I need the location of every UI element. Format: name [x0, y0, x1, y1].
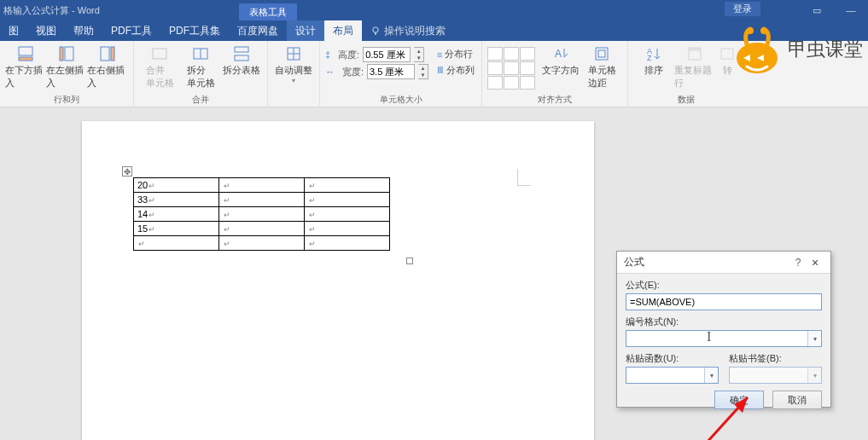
ok-button[interactable]: 确定 [714, 391, 764, 409]
table-cell[interactable]: 14↵ [134, 207, 219, 222]
paragraph-mark-icon: ↵ [149, 196, 155, 205]
svg-rect-6 [101, 47, 109, 61]
height-input[interactable] [363, 47, 411, 62]
table-cell[interactable]: 15↵ [134, 222, 219, 236]
table-cell[interactable]: ↵ [305, 236, 390, 251]
menu-tab[interactable]: 帮助 [65, 20, 102, 41]
width-spinner[interactable]: ▲▼ [418, 64, 428, 79]
word-table[interactable]: 20↵↵↵33↵↵↵14↵↵↵15↵↵↵↵↵↵ [133, 177, 390, 251]
tell-me[interactable]: 操作说明搜索 [362, 20, 454, 41]
ribbon-options-icon[interactable]: ▭ [800, 0, 834, 20]
menu-tab[interactable]: PDF工具 [102, 20, 160, 41]
dialog-titlebar[interactable]: 公式 ? × [617, 252, 830, 274]
login-button[interactable]: 登录 [725, 2, 760, 16]
paragraph-mark-icon: ↵ [224, 225, 230, 234]
svg-point-25 [747, 27, 754, 34]
svg-rect-21 [689, 48, 701, 51]
insert-left-button[interactable]: 在左侧插入 [46, 43, 87, 90]
brand-text: 甲虫课堂 [788, 37, 863, 62]
dist-cols-button[interactable]: Ⅲ分布列 [435, 63, 476, 78]
table-resize-handle[interactable] [406, 258, 413, 264]
align-grid[interactable] [487, 43, 535, 90]
table-cell[interactable]: ↵ [134, 236, 219, 251]
table-move-handle[interactable]: ✥ [122, 166, 132, 177]
paragraph-mark-icon: ↵ [224, 196, 230, 205]
svg-rect-17 [596, 48, 608, 60]
table-cell[interactable]: 20↵ [134, 178, 219, 193]
cancel-button[interactable]: 取消 [772, 391, 822, 409]
width-icon: ↔ [325, 67, 335, 77]
split-table-button[interactable]: 拆分表格 [221, 43, 262, 77]
table-tools-title: 表格工具 [239, 3, 297, 20]
svg-point-0 [373, 27, 378, 32]
cell-margins-button[interactable]: 单元格 边距 [581, 43, 622, 90]
insert-below-icon [17, 45, 34, 62]
table-cell[interactable]: ↵ [219, 222, 305, 236]
insert-right-button[interactable]: 在右侧插入 [87, 43, 128, 90]
split-cells-button[interactable]: 拆分 单元格 [180, 43, 221, 90]
paste-bookmark-combo[interactable]: ▾ [729, 367, 822, 384]
merge-cells-icon [151, 45, 168, 62]
dialog-close-button[interactable]: × [807, 256, 824, 269]
chevron-down-icon[interactable]: ▾ [704, 368, 718, 383]
group-label: 单元格大小 [380, 94, 422, 107]
menu-tab[interactable]: 视图 [27, 20, 65, 41]
table-cell[interactable]: ↵ [305, 193, 390, 207]
insert-left-icon [58, 45, 75, 62]
text-direction-button[interactable]: A 文字方向 [540, 43, 581, 77]
table-cell[interactable]: ↵ [305, 222, 390, 236]
sort-button[interactable]: AZ 排序 [633, 43, 674, 77]
paragraph-mark-icon: ↵ [149, 225, 155, 234]
height-label: 高度: [334, 49, 359, 61]
window-title: 格输入公式计算 - Word [0, 4, 100, 17]
table-cell[interactable]: ↵ [219, 178, 305, 193]
dist-rows-icon: ≡ [437, 49, 442, 60]
repeat-header-button: 重复标题行 [674, 43, 715, 90]
paste-func-combo[interactable]: ▾ [626, 367, 719, 384]
table-cell[interactable]: ↵ [219, 193, 305, 207]
page: ✥ 20↵↵↵33↵↵↵14↵↵↵15↵↵↵↵↵↵ [82, 121, 594, 440]
paragraph-mark-icon: ↵ [149, 182, 155, 190]
insert-right-icon [99, 45, 116, 62]
table-cell[interactable]: ↵ [219, 207, 305, 222]
menu-tab-design[interactable]: 设计 [287, 20, 324, 41]
width-input[interactable] [367, 64, 415, 79]
table-cell[interactable]: ↵ [305, 207, 390, 222]
menu-tab[interactable]: 百度网盘 [229, 20, 287, 41]
paragraph-mark-icon: ↵ [309, 240, 316, 248]
menu-tab[interactable]: PDF工具集 [160, 20, 229, 41]
dialog-help-button[interactable]: ? [789, 257, 807, 269]
menu-tab-layout[interactable]: 布局 [324, 20, 362, 41]
formula-dialog: 公式 ? × 公式(E): 编号格式(N): ▾ 粘贴函数(U): ▾ 粘贴书签… [616, 251, 831, 408]
dialog-title: 公式 [624, 255, 789, 269]
height-spinner[interactable]: ▲▼ [414, 47, 424, 62]
cell-margins-icon [593, 45, 610, 62]
paragraph-mark-icon: ↵ [309, 182, 316, 190]
chevron-down-icon[interactable]: ▾ [807, 331, 821, 346]
minimize-button[interactable]: — [834, 0, 868, 20]
paragraph-mark-icon: ↵ [309, 211, 316, 219]
svg-rect-11 [235, 47, 248, 52]
group-label: 对齐方式 [538, 94, 572, 107]
paragraph-mark-icon: ↵ [224, 182, 230, 190]
table-cell[interactable]: ↵ [219, 236, 305, 251]
title-bar: 格输入公式计算 - Word 表格工具 登录 ▭ — [0, 0, 868, 20]
svg-rect-7 [111, 47, 114, 61]
group-label: 行和列 [54, 94, 79, 107]
formula-input[interactable] [626, 293, 822, 310]
table-cell[interactable]: ↵ [305, 178, 390, 193]
paragraph-mark-icon: ↵ [309, 225, 316, 234]
beetle-logo-icon [731, 24, 783, 75]
split-cells-icon [192, 45, 209, 62]
autofit-button[interactable]: 自动调整 ▾ [273, 43, 314, 84]
height-icon: ‡ [325, 49, 330, 60]
dist-rows-button[interactable]: ≡分布行 [435, 47, 476, 61]
table-cell[interactable]: 33↵ [134, 193, 219, 207]
paragraph-mark-icon: ↵ [309, 196, 316, 205]
num-format-combo[interactable]: ▾ [626, 330, 822, 347]
menu-tab[interactable]: 图 [0, 20, 27, 41]
group-cell-size: ‡ 高度: ▲▼ ↔ 宽度: ▲▼ ≡分布行 Ⅲ分布列 单元格大小 [320, 41, 482, 107]
insert-below-button[interactable]: 在下方插入 [5, 43, 46, 90]
group-data: AZ 排序 重复标题行 转 数据 [628, 41, 744, 107]
group-label: 数据 [678, 94, 695, 107]
